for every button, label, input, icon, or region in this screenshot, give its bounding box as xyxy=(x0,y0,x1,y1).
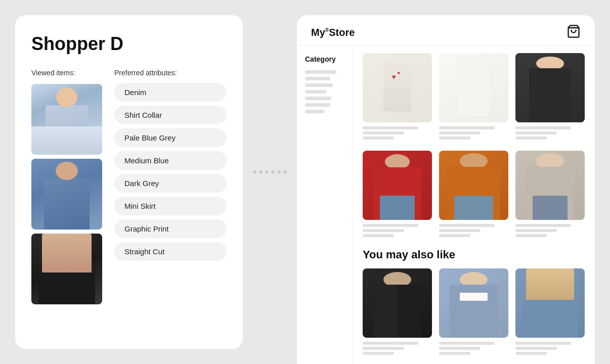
product-card-1[interactable]: ♥ ♥ xyxy=(363,53,432,141)
attr-tag-dark-grey[interactable]: Dark Grey xyxy=(114,174,227,193)
product-lines-4 xyxy=(363,223,432,238)
attr-tag-denim[interactable]: Denim xyxy=(114,83,227,102)
product-grid-mid xyxy=(363,151,585,238)
attribute-tags: Denim Shirt Collar Pale Blue Grey Medium… xyxy=(114,83,227,261)
sidebar-line-1 xyxy=(305,70,336,74)
product-area: ♥ ♥ xyxy=(353,46,595,364)
connector xyxy=(253,170,287,174)
dot-line xyxy=(253,170,287,174)
attr-tag-shirt-collar[interactable]: Shirt Collar xyxy=(114,106,227,124)
viewed-items-section: Viewed items: xyxy=(31,69,102,304)
sidebar-line-5 xyxy=(305,97,331,100)
product-image-3 xyxy=(515,53,585,122)
product-lines-3 xyxy=(515,125,585,141)
product-card-3[interactable] xyxy=(515,53,585,141)
product-grid-top: ♥ ♥ xyxy=(363,53,585,141)
product-lines-6 xyxy=(515,223,585,238)
viewed-item-1 xyxy=(31,84,102,155)
product-image-8 xyxy=(439,268,508,338)
sidebar-line-2 xyxy=(305,77,330,80)
connector-dot-4 xyxy=(271,170,275,174)
product-lines-8 xyxy=(439,341,508,356)
preferred-attributes-section: Preferred attributes: Denim Shirt Collar… xyxy=(114,69,227,304)
registered-mark: ® xyxy=(325,27,329,33)
connector-dot-3 xyxy=(265,170,269,174)
product-lines-5 xyxy=(439,223,508,238)
connector-dot-1 xyxy=(253,170,256,174)
product-card-5[interactable] xyxy=(439,151,508,238)
product-lines-9 xyxy=(515,341,585,356)
also-like-title: You may also like xyxy=(363,248,585,261)
store-sidebar: Category xyxy=(297,46,353,364)
product-lines-2 xyxy=(439,125,508,141)
left-content: Viewed items: xyxy=(31,69,227,304)
category-label[interactable]: Category xyxy=(305,55,344,63)
sidebar-nav-lines xyxy=(305,70,344,113)
sidebar-line-3 xyxy=(305,83,333,87)
cart-icon[interactable] xyxy=(567,24,581,40)
viewed-item-2 xyxy=(31,159,102,230)
product-image-9 xyxy=(515,268,585,338)
shopper-title: Shopper D xyxy=(31,33,227,55)
sidebar-line-7 xyxy=(305,110,325,113)
product-image-5 xyxy=(439,151,508,220)
product-card-8[interactable] xyxy=(439,268,508,356)
sidebar-line-4 xyxy=(305,90,326,94)
store-header: My®Store xyxy=(297,15,595,46)
shopper-panel: Shopper D Viewed items: xyxy=(15,15,243,349)
sidebar-line-6 xyxy=(305,103,330,107)
product-lines-7 xyxy=(363,341,432,356)
product-grid-also xyxy=(363,268,585,356)
product-image-1: ♥ ♥ xyxy=(363,53,432,122)
product-card-6[interactable] xyxy=(515,151,585,238)
attr-tag-straight-cut[interactable]: Straight Cut xyxy=(114,242,227,261)
connector-dot-6 xyxy=(283,170,287,174)
store-panel: My®Store Category xyxy=(297,15,595,364)
store-name: My®Store xyxy=(311,27,355,38)
attr-tag-medium-blue[interactable]: Medium Blue xyxy=(114,151,227,170)
product-image-4 xyxy=(363,151,432,220)
also-like-section: You may also like xyxy=(363,248,585,356)
preferred-label: Preferred attributes: xyxy=(114,69,227,77)
product-lines-1 xyxy=(363,125,432,141)
product-card-7[interactable] xyxy=(363,268,432,356)
product-card-9[interactable] xyxy=(515,268,585,356)
product-card-2[interactable] xyxy=(439,53,508,141)
attr-tag-pale-blue-grey[interactable]: Pale Blue Grey xyxy=(114,128,227,147)
viewed-label: Viewed items: xyxy=(31,69,102,77)
product-card-4[interactable] xyxy=(363,151,432,238)
store-content: Category xyxy=(297,46,595,364)
app-container: Shopper D Viewed items: xyxy=(0,0,610,364)
product-image-7 xyxy=(363,268,432,338)
product-image-2 xyxy=(439,53,508,122)
product-image-6 xyxy=(515,151,585,220)
connector-dot-2 xyxy=(259,170,263,174)
attr-tag-mini-skirt[interactable]: Mini Skirt xyxy=(114,197,227,215)
viewed-item-3 xyxy=(31,234,102,304)
attr-tag-graphic-print[interactable]: Graphic Print xyxy=(114,219,227,238)
connector-dot-5 xyxy=(277,170,281,174)
